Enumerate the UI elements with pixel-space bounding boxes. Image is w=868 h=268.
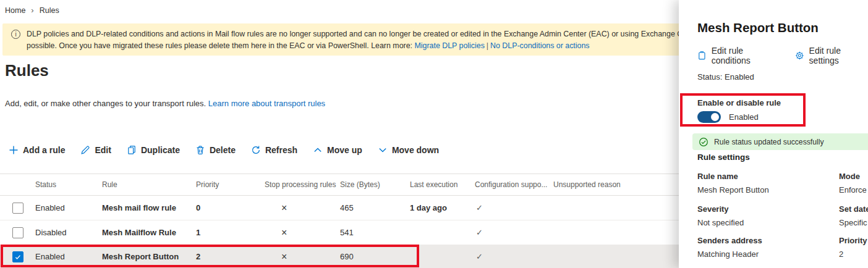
duplicate-label: Duplicate (141, 145, 180, 155)
cell-priority: 0 (196, 203, 265, 212)
field-value: 2 (839, 249, 868, 259)
info-icon: i (11, 30, 20, 39)
header-configuration-supported[interactable]: Configuration suppo... (475, 180, 553, 189)
rule-status-line: Status: Enabled (697, 72, 754, 82)
move-down-button[interactable]: Move down (378, 145, 439, 155)
delete-icon (195, 145, 205, 155)
toggle-knob (711, 113, 719, 121)
cell-size: 465 (340, 203, 410, 212)
cross-icon: × (265, 251, 340, 262)
breadcrumb-separator-icon: › (31, 6, 33, 15)
table-row-mesh-mail-flow-rule[interactable]: Enabled Mesh mail flow rule 0 × 465 1 da… (0, 196, 679, 220)
edit-rule-conditions-button[interactable]: Edit rule conditions (697, 46, 779, 65)
panel-actions: Edit rule conditions Edit rule settings (697, 46, 868, 65)
field-set-date: Set date Specific (839, 204, 868, 227)
edit-rule-settings-label: Edit rule settings (809, 46, 868, 65)
refresh-label: Refresh (265, 145, 297, 155)
row-checkbox-checked[interactable] (12, 251, 23, 262)
page-description-text: Add, edit, or make other changes to your… (5, 99, 208, 108)
field-mode: Mode Enforce (839, 172, 868, 195)
edit-rule-settings-button[interactable]: Edit rule settings (795, 46, 868, 65)
field-rule-name: Rule name Mesh Report Button (697, 172, 836, 195)
chevron-down-icon (378, 145, 388, 155)
breadcrumb-home[interactable]: Home (5, 6, 25, 15)
field-label: Senders address (697, 236, 836, 245)
field-label: Rule name (697, 172, 836, 181)
enable-toggle-row: Enabled (697, 111, 759, 123)
header-stop-processing[interactable]: Stop processing rules (265, 180, 340, 189)
header-priority[interactable]: Priority (196, 180, 265, 189)
field-value: Enforce (839, 185, 868, 195)
rule-enabled-toggle[interactable] (697, 111, 721, 123)
cross-icon: × (265, 227, 340, 238)
rules-table: Status Rule Priority Stop processing rul… (0, 174, 679, 268)
duplicate-icon (127, 145, 137, 155)
check-icon: ✓ (475, 228, 553, 237)
success-notification: Rule status updated successfully (692, 133, 868, 150)
row-checkbox[interactable] (12, 203, 23, 214)
check-icon: ✓ (475, 203, 553, 212)
cell-rule-name[interactable]: Mesh mail flow rule (102, 203, 196, 212)
no-dlp-conditions-link[interactable]: No DLP-conditions or actions (490, 41, 589, 50)
table-row-mesh-report-button[interactable]: Enabled Mesh Report Button 2 × 690 ✓ (0, 245, 679, 268)
edit-button[interactable]: Edit (80, 145, 111, 155)
check-icon: ✓ (475, 252, 553, 261)
cross-icon: × (265, 203, 340, 214)
delete-button[interactable]: Delete (195, 145, 236, 155)
cell-rule-name[interactable]: Mesh Report Button (102, 252, 196, 261)
cell-status: Enabled (35, 203, 102, 212)
move-up-label: Move up (327, 145, 362, 155)
header-size-bytes[interactable]: Size (Bytes) (340, 180, 410, 189)
field-severity: Severity Not specified (697, 204, 836, 227)
field-label: Mode (839, 172, 868, 181)
checkbox-check-icon (14, 253, 22, 261)
header-last-execution[interactable]: Last execution (410, 180, 475, 189)
panel-title: Mesh Report Button (697, 20, 819, 35)
edit-label: Edit (95, 145, 111, 155)
cell-status: Disabled (35, 228, 102, 237)
learn-more-transport-rules-link[interactable]: Learn more about transport rules (208, 99, 325, 108)
cell-size: 541 (340, 228, 410, 237)
header-unsupported-reason[interactable]: Unsupported reason (553, 180, 679, 189)
delete-label: Delete (210, 145, 236, 155)
page-description: Add, edit, or make other changes to your… (5, 99, 325, 108)
cell-rule-name[interactable]: Mesh Mailflow Rule (102, 228, 196, 237)
dlp-warning-line2-text: possible. Once you have migrated these r… (27, 41, 414, 50)
cell-last-execution: 1 day ago (410, 203, 475, 212)
command-bar: Add a rule Edit Duplicate Delete Refresh… (9, 140, 439, 161)
field-value: Specific (839, 218, 868, 227)
breadcrumb-current: Rules (40, 6, 59, 15)
migrate-dlp-policies-link[interactable]: Migrate DLP policies (414, 41, 484, 50)
field-priority: Priority 2 (839, 236, 868, 259)
page-title: Rules (5, 61, 49, 80)
header-rule[interactable]: Rule (102, 180, 196, 189)
duplicate-button[interactable]: Duplicate (127, 145, 180, 155)
success-check-icon (699, 137, 708, 147)
row-checkbox[interactable] (12, 227, 23, 238)
add-a-rule-button[interactable]: Add a rule (9, 145, 65, 155)
rule-settings-heading: Rule settings (697, 153, 750, 162)
clipboard-icon (697, 51, 707, 61)
table-header-row: Status Rule Priority Stop processing rul… (0, 174, 679, 196)
refresh-button[interactable]: Refresh (251, 145, 297, 155)
edit-icon (80, 145, 90, 155)
cell-size: 690 (340, 252, 410, 261)
move-down-label: Move down (392, 145, 439, 155)
field-value: Not specified (697, 218, 836, 227)
add-icon (9, 145, 19, 155)
field-value: Mesh Report Button (697, 185, 836, 195)
header-status[interactable]: Status (35, 180, 102, 189)
rule-details-panel: Mesh Report Button Edit rule conditions … (679, 0, 868, 268)
success-message: Rule status updated successfully (714, 138, 824, 146)
banner-links-separator: | (485, 41, 490, 50)
field-label: Severity (697, 204, 836, 214)
refresh-icon (251, 145, 261, 155)
toggle-state-label: Enabled (729, 112, 759, 122)
breadcrumb: Home › Rules (5, 6, 59, 15)
table-row-mesh-mailflow-rule[interactable]: Disabled Mesh Mailflow Rule 1 × 541 ✓ (0, 220, 679, 245)
field-label: Priority (839, 236, 868, 245)
field-label: Set date (839, 204, 868, 214)
cell-priority: 1 (196, 228, 265, 237)
move-up-button[interactable]: Move up (313, 145, 362, 155)
chevron-up-icon (313, 145, 323, 155)
